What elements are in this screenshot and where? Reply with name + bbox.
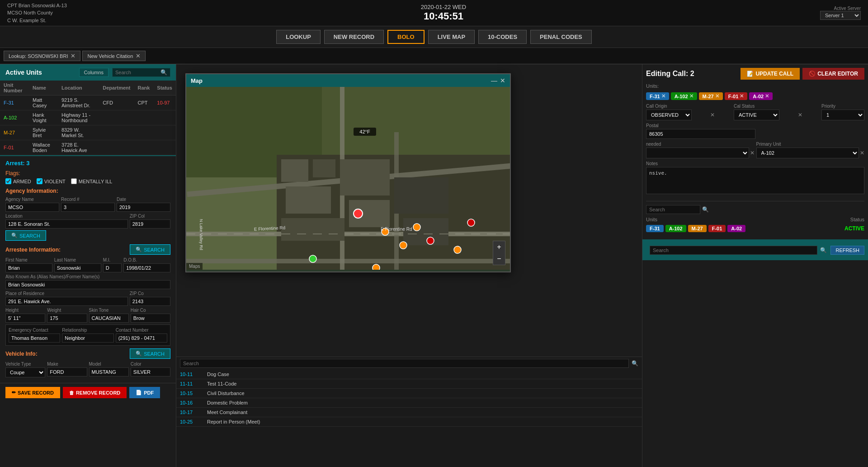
- table-row[interactable]: M-27 Sylvie Bret 8329 W. Markel St.: [0, 125, 176, 140]
- right-panel: Editing Call: 2 📝 UPDATE CALL 🚫 CLEAR ED…: [642, 64, 868, 467]
- height-input[interactable]: [5, 314, 45, 323]
- lookup-button[interactable]: LOOKUP: [276, 30, 321, 44]
- list-item[interactable]: 11-11 Test 11-Code: [176, 379, 642, 389]
- dob-input[interactable]: [123, 263, 170, 272]
- left-panel: Active Units Columns 🔍 Unit Number Name …: [0, 64, 176, 467]
- new-record-button[interactable]: NEW RECORD: [324, 30, 384, 44]
- remove-f31-icon[interactable]: ✕: [661, 93, 665, 99]
- pdf-button[interactable]: 📄 PDF: [129, 387, 160, 398]
- refresh-button[interactable]: REFRESH: [830, 246, 864, 255]
- alias-input[interactable]: [5, 280, 170, 289]
- record-input[interactable]: [61, 203, 115, 212]
- map-controls: — ✕: [491, 77, 505, 84]
- tab-lookup-close[interactable]: ✕: [71, 52, 75, 59]
- ten-codes-button[interactable]: 10-CODES: [478, 30, 527, 44]
- list-item[interactable]: 10-16 Domestic Problem: [176, 398, 642, 408]
- make-field: Make: [47, 362, 87, 377]
- model-input[interactable]: [89, 367, 129, 376]
- codes-search-input[interactable]: [180, 359, 629, 368]
- color-input[interactable]: [131, 367, 170, 376]
- date-input[interactable]: [117, 203, 170, 212]
- remove-m27-icon[interactable]: ✕: [715, 93, 719, 99]
- remove-f01-icon[interactable]: ✕: [740, 93, 744, 99]
- live-map-button[interactable]: LIVE MAP: [428, 30, 475, 44]
- call-status-clear-button[interactable]: ✕: [780, 112, 820, 118]
- postal-input[interactable]: [646, 129, 755, 139]
- hair-input[interactable]: [131, 314, 170, 323]
- needed-clear-button[interactable]: ✕: [750, 150, 755, 156]
- violent-checkbox[interactable]: [37, 178, 42, 184]
- list-item[interactable]: 10-15 Civil Disturbance: [176, 389, 642, 398]
- unit-location: 9219 S. Aimstreet Dr.: [58, 95, 99, 110]
- unit-badge-a02[interactable]: A-02 ✕: [749, 92, 773, 100]
- unit-badge-f01[interactable]: F-01 ✕: [725, 92, 748, 100]
- remove-record-button[interactable]: 🗑 REMOVE RECORD: [63, 387, 127, 398]
- server-select[interactable]: Server 1: [820, 11, 861, 20]
- zoom-out-button[interactable]: −: [493, 253, 505, 265]
- sub-panel-search-input[interactable]: [650, 246, 817, 255]
- residence-row: Place of Residence ZIP Co: [5, 291, 170, 306]
- primary-unit-select[interactable]: A-102: [756, 148, 859, 158]
- postal-row: Postal: [646, 123, 864, 139]
- active-units-header: Active Units Columns 🔍: [0, 64, 176, 81]
- list-item[interactable]: 10-11 Dog Case: [176, 370, 642, 379]
- remove-a102-icon[interactable]: ✕: [689, 93, 693, 99]
- residence-input[interactable]: [5, 297, 128, 306]
- notes-textarea[interactable]: nsive.: [646, 167, 864, 194]
- first-name-input[interactable]: [5, 263, 52, 272]
- ec-name-input[interactable]: [9, 334, 60, 343]
- list-item[interactable]: 10-17 Meet Complainant: [176, 408, 642, 417]
- list-item[interactable]: 10-25 Report in Person (Meet): [176, 417, 642, 427]
- zip-input[interactable]: [130, 219, 170, 229]
- mentally-ill-checkbox[interactable]: [71, 178, 77, 184]
- map-close-button[interactable]: ✕: [500, 77, 505, 84]
- columns-button[interactable]: Columns: [79, 68, 108, 77]
- armed-label: ARMED: [13, 179, 31, 184]
- mi-input[interactable]: [103, 263, 122, 272]
- unit-badge-a102[interactable]: A-102 ✕: [671, 92, 697, 100]
- table-row[interactable]: F-01 Wallace Boden 3728 E. Hawick Ave: [0, 140, 176, 155]
- save-record-button[interactable]: ✏ SAVE RECORD: [5, 387, 60, 398]
- res-zip-input[interactable]: [130, 297, 170, 306]
- tab-new-vehicle[interactable]: New Vehicle Citation ✕: [82, 51, 146, 61]
- update-call-button[interactable]: 📝 UPDATE CALL: [741, 68, 800, 80]
- penal-codes-button[interactable]: PENAL CODES: [530, 30, 592, 44]
- arrestee-search-button[interactable]: 🔍 SEARCH: [130, 244, 170, 255]
- priority-select[interactable]: 1: [821, 110, 864, 120]
- call-status-select[interactable]: ACTIVE: [734, 110, 779, 120]
- tab-new-vehicle-close[interactable]: ✕: [136, 52, 141, 59]
- vehicle-search-button[interactable]: 🔍 SEARCH: [130, 348, 170, 359]
- skin-input[interactable]: [89, 314, 129, 323]
- agency-name-input[interactable]: [5, 203, 59, 212]
- location-input[interactable]: [5, 219, 128, 229]
- ec-number-input[interactable]: [116, 334, 167, 343]
- location-label: Location: [5, 214, 128, 219]
- table-row[interactable]: F-31 Matt Casey 9219 S. Aimstreet Dr. CF…: [0, 95, 176, 110]
- agency-search-button[interactable]: 🔍 SEARCH: [5, 230, 46, 241]
- ec-relationship-input[interactable]: [62, 334, 113, 343]
- last-name-input[interactable]: [54, 263, 101, 272]
- sub-panel: 🔍 REFRESH: [642, 239, 868, 260]
- tab-lookup[interactable]: Lookup: SOSNOWSKI BRI ✕: [4, 51, 80, 61]
- call-search-input[interactable]: [646, 205, 700, 214]
- vehicle-type-select[interactable]: Coupe: [5, 367, 45, 377]
- unit-badge-m27[interactable]: M-27 ✕: [699, 92, 723, 100]
- zoom-in-button[interactable]: +: [493, 241, 505, 253]
- map-minimize-button[interactable]: —: [491, 77, 497, 84]
- table-row[interactable]: A-102 Hank Voight Highway 11 - Northboun…: [0, 110, 176, 125]
- primary-unit-clear-button[interactable]: ✕: [860, 150, 864, 156]
- unit-badge-f31[interactable]: F-31 ✕: [646, 92, 669, 100]
- clear-editor-button[interactable]: 🚫 CLEAR EDITOR: [802, 68, 864, 80]
- svg-rect-11: [313, 159, 335, 177]
- call-origin-select[interactable]: OBSERVED: [646, 110, 692, 120]
- svg-rect-13: [340, 159, 390, 195]
- weight-input[interactable]: [47, 314, 87, 323]
- call-origin-clear-button[interactable]: ✕: [693, 112, 732, 118]
- needed-select[interactable]: [646, 148, 749, 158]
- armed-checkbox[interactable]: [5, 178, 11, 184]
- make-input[interactable]: [47, 367, 87, 376]
- remove-a02-icon[interactable]: ✕: [765, 93, 769, 99]
- units-search-input[interactable]: [115, 70, 160, 75]
- unit-rank: [134, 140, 153, 155]
- bolo-button[interactable]: BOLO: [387, 30, 425, 44]
